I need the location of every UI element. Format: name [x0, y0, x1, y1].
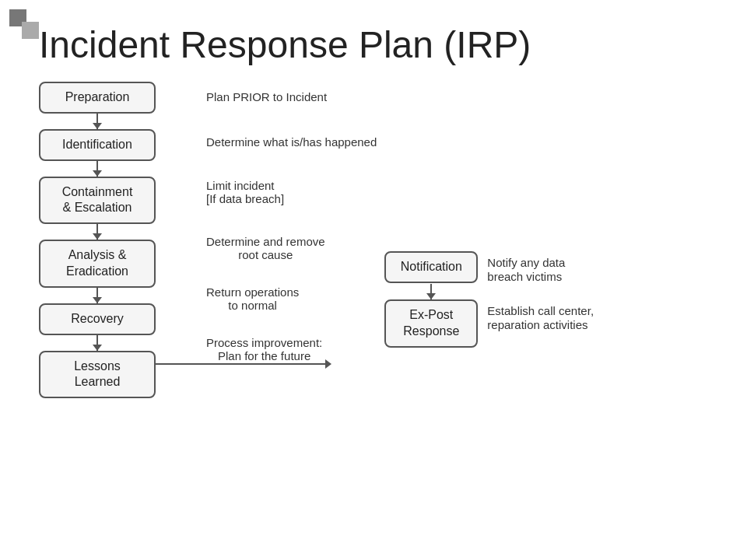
- analysis-desc: Determine and removeroot cause: [206, 228, 377, 268]
- recovery-desc: Return operationsto normal: [206, 284, 377, 313]
- recovery-box: Recovery: [39, 303, 156, 335]
- cont-desc-line1: Limit incident: [206, 179, 377, 192]
- flow-column: Preparation Identification Containment& …: [39, 82, 183, 398]
- cont-desc-line2: [If data breach]: [206, 192, 377, 205]
- expost-desc-text: Establish call center,reparation activit…: [487, 304, 594, 331]
- lessons-desc-text: Process improvement:Plan for the future: [206, 336, 322, 362]
- containment-box: Containment& Escalation: [39, 177, 156, 225]
- expost-desc: Establish call center,reparation activit…: [487, 299, 594, 332]
- analysis-box: Analysis &Eradication: [39, 240, 156, 288]
- deco-square-2: [22, 22, 39, 39]
- preparation-box: Preparation: [39, 82, 156, 114]
- description-column: Plan PRIOR to Incident Determine what is…: [183, 82, 377, 398]
- arrow-cont-analysis: [96, 224, 98, 240]
- identification-label: Identification: [62, 138, 132, 151]
- arrow-notif-expost: [430, 284, 432, 299]
- ident-desc-text: Determine what is/has happened: [206, 135, 377, 149]
- lessons-box: LessonsLearned: [39, 351, 156, 399]
- preparation-label: Preparation: [65, 90, 130, 103]
- recovery-desc-text: Return operationsto normal: [206, 285, 299, 312]
- analysis-desc-text: Determine and removeroot cause: [206, 235, 325, 261]
- lessons-label: LessonsLearned: [74, 359, 121, 389]
- cont-desc: Limit incident [If data breach]: [206, 172, 377, 212]
- arrow-analysis-recovery: [96, 288, 98, 303]
- expost-label: Ex-PostResponse: [403, 308, 459, 338]
- expost-box: Ex-PostResponse: [384, 299, 478, 348]
- ident-desc: Determine what is/has happened: [206, 127, 377, 156]
- recovery-label: Recovery: [71, 312, 124, 325]
- arrow-recovery-lessons: [96, 335, 98, 351]
- notification-label: Notification: [401, 260, 462, 273]
- horiz-arrow-overlay: [156, 359, 331, 369]
- identification-box: Identification: [39, 129, 156, 161]
- arrow-prep-ident: [96, 114, 98, 129]
- notification-box: Notification: [384, 251, 478, 283]
- right-section: Notification Notify any databreach victi…: [384, 251, 594, 398]
- arrow-ident-cont: [96, 161, 98, 177]
- page-title: Incident Response Plan (IRP): [0, 0, 747, 82]
- prep-desc: Plan PRIOR to Incident: [206, 82, 377, 111]
- containment-label: Containment& Escalation: [62, 185, 133, 215]
- notification-desc-text: Notify any databreach victims: [487, 256, 565, 283]
- analysis-label: Analysis &Eradication: [66, 248, 128, 278]
- prep-desc-text: Plan PRIOR to Incident: [206, 90, 327, 103]
- notification-desc: Notify any databreach victims: [487, 251, 565, 284]
